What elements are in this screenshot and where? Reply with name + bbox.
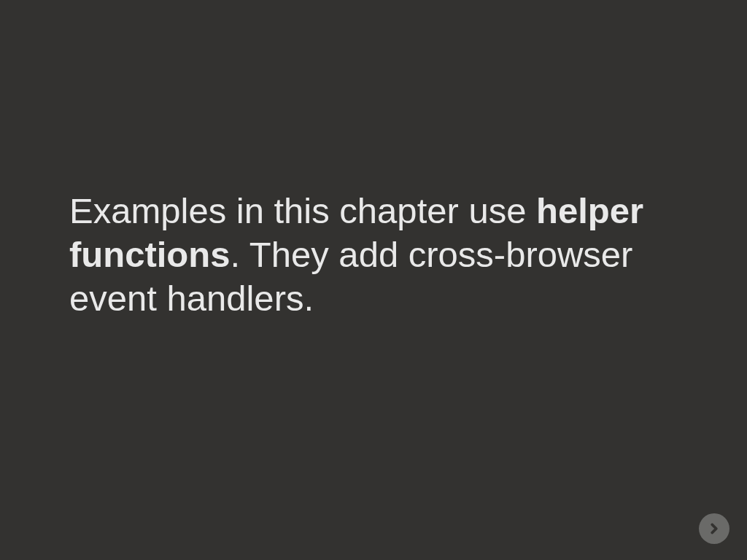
slide: Examples in this chapter use helper func… xyxy=(0,0,747,560)
next-button[interactable] xyxy=(699,513,729,544)
svg-point-0 xyxy=(706,521,722,537)
arrow-right-icon xyxy=(706,521,722,537)
slide-body-text: Examples in this chapter use helper func… xyxy=(69,190,682,320)
text-segment-before: Examples in this chapter use xyxy=(69,191,536,230)
